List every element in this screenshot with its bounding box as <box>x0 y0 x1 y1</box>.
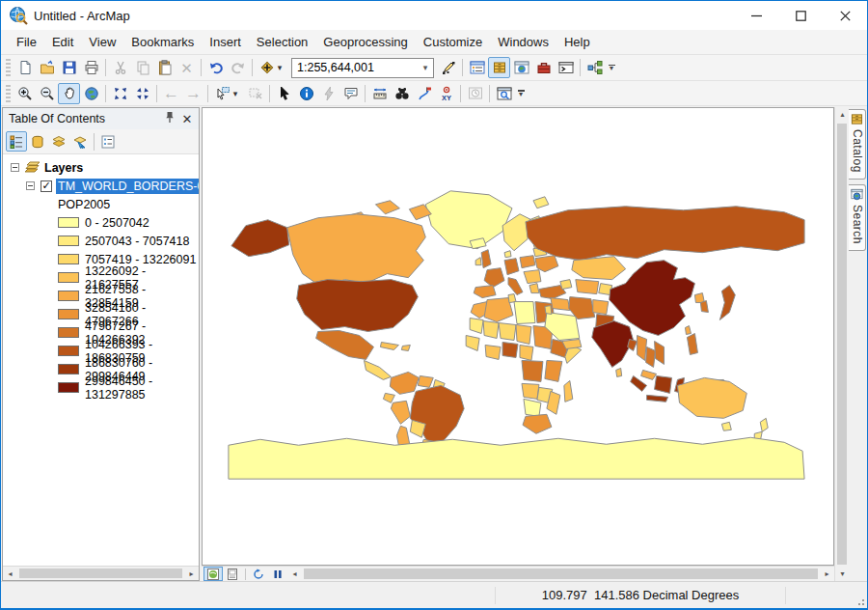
legend-swatch[interactable] <box>58 346 79 356</box>
paste-button[interactable] <box>153 57 176 78</box>
collapse-box[interactable] <box>11 163 19 172</box>
select-elements-tool[interactable] <box>273 83 295 104</box>
copy-button[interactable] <box>131 57 153 78</box>
go-to-xy-tool[interactable]: XY <box>435 83 457 104</box>
full-extent-tool[interactable] <box>80 83 102 104</box>
zoom-out-tool[interactable] <box>36 83 58 104</box>
menu-bookmarks[interactable]: Bookmarks <box>123 32 202 52</box>
legend-swatch[interactable] <box>58 272 79 283</box>
tools-toolbar: ← → ▾ XY ▾ <box>1 81 867 106</box>
find-tool[interactable] <box>391 83 413 104</box>
hyperlink-tool[interactable] <box>317 83 339 104</box>
toolbar-grip[interactable] <box>6 59 11 76</box>
fixed-zoom-out-tool[interactable] <box>131 83 153 104</box>
undo-button[interactable] <box>204 57 227 78</box>
maximize-button[interactable] <box>778 1 823 30</box>
legend-swatch[interactable] <box>58 309 79 319</box>
measure-tool[interactable] <box>368 83 391 104</box>
find-route-tool[interactable] <box>413 83 435 104</box>
go-forward-extent-button[interactable]: → <box>182 83 204 104</box>
html-popup-tool[interactable] <box>339 83 362 104</box>
layer-row[interactable]: ✓ TM_WORLD_BORDERS-0. <box>3 177 199 195</box>
refresh-view-button[interactable] <box>249 567 268 581</box>
scroll-left-arrow-icon[interactable]: ◂ <box>3 567 17 581</box>
menu-insert[interactable]: Insert <box>202 32 249 52</box>
toc-horizontal-scrollbar[interactable]: ◂ ▸ <box>3 566 199 580</box>
legend-swatch[interactable] <box>58 382 79 393</box>
pause-drawing-button[interactable] <box>268 567 287 581</box>
menu-edit[interactable]: Edit <box>44 32 81 52</box>
redo-button[interactable] <box>227 57 249 78</box>
arctoolbox-button[interactable] <box>532 57 555 78</box>
menu-selection[interactable]: Selection <box>249 32 315 52</box>
toc-title: Table Of Contents <box>9 112 105 125</box>
modelbuilder-button[interactable] <box>583 57 606 78</box>
pause-icon <box>273 569 283 579</box>
identify-tool[interactable] <box>295 83 317 104</box>
scroll-right-arrow-icon[interactable]: ▸ <box>184 567 199 581</box>
legend-swatch[interactable] <box>58 217 79 228</box>
menu-help[interactable]: Help <box>556 32 598 52</box>
scroll-down-arrow-icon[interactable]: ▾ <box>835 567 850 581</box>
legend-swatch[interactable] <box>58 364 79 374</box>
pin-icon[interactable] <box>162 111 177 126</box>
layout-view-button[interactable] <box>223 567 242 581</box>
list-by-selection-button[interactable] <box>69 131 91 152</box>
list-by-drawing-order-button[interactable] <box>6 131 27 152</box>
scroll-right-arrow-icon[interactable]: ▸ <box>820 567 834 581</box>
data-view-button[interactable] <box>203 567 223 581</box>
menu-windows[interactable]: Windows <box>490 32 556 52</box>
select-features-tool[interactable]: ▾ <box>211 83 244 104</box>
catalog-window-button[interactable] <box>488 57 510 78</box>
table-of-contents-window-button[interactable] <box>466 57 488 78</box>
legend-swatch[interactable] <box>58 327 79 338</box>
minimize-button[interactable] <box>734 1 778 30</box>
map-canvas[interactable] <box>202 107 834 566</box>
list-by-visibility-button[interactable] <box>48 131 69 152</box>
close-button[interactable] <box>823 1 867 30</box>
map-vertical-scrollbar[interactable]: ▴ ▾ <box>834 107 849 581</box>
cut-button[interactable] <box>109 57 131 78</box>
layer-name-selected[interactable]: TM_WORLD_BORDERS-0. <box>56 179 199 194</box>
menu-file[interactable]: File <box>9 32 44 52</box>
list-by-source-button[interactable] <box>27 131 48 152</box>
map-scale-combobox[interactable]: 1:255,644,001 ▾ <box>291 58 434 78</box>
scroll-up-arrow-icon[interactable]: ▴ <box>835 107 850 122</box>
time-slider-button[interactable] <box>464 83 486 104</box>
python-window-button[interactable] <box>555 57 577 78</box>
clear-selection-button[interactable] <box>244 83 266 104</box>
viewer-window-button[interactable] <box>493 83 515 104</box>
resize-grip[interactable] <box>855 596 865 606</box>
fixed-zoom-in-tool[interactable] <box>109 83 131 104</box>
scroll-left-arrow-icon[interactable]: ◂ <box>287 567 302 581</box>
toolbar-options-button[interactable]: ▾ <box>606 65 617 71</box>
select-elements-cursor-icon <box>277 86 292 101</box>
layers-data-frame-row[interactable]: Layers <box>3 158 199 177</box>
toc-close-icon[interactable]: ✕ <box>179 112 195 126</box>
menu-customize[interactable]: Customize <box>416 32 490 52</box>
delete-button[interactable]: ✕ <box>176 57 198 78</box>
editor-toolbar-button[interactable] <box>437 57 459 78</box>
legend-swatch[interactable] <box>58 254 79 264</box>
arcglobe-button[interactable] <box>510 57 532 78</box>
catalog-tab[interactable]: Catalog <box>849 109 866 180</box>
save-button[interactable] <box>58 57 80 78</box>
open-button[interactable] <box>36 57 58 78</box>
toolbar-options-button[interactable]: ▾ <box>515 90 527 97</box>
coordinates-readout: 109.797 141.586 Decimal Degrees <box>496 588 785 602</box>
collapse-box[interactable] <box>26 181 35 190</box>
go-back-extent-button[interactable]: ← <box>160 83 182 104</box>
new-document-button[interactable] <box>14 57 36 78</box>
layer-visibility-checkbox[interactable]: ✓ <box>41 180 52 192</box>
legend-swatch[interactable] <box>58 291 79 301</box>
zoom-in-tool[interactable] <box>14 83 36 104</box>
pan-tool[interactable] <box>58 83 80 104</box>
toolbar-grip[interactable] <box>6 85 11 102</box>
add-data-button[interactable]: ▾ <box>256 57 288 78</box>
menu-view[interactable]: View <box>81 32 123 52</box>
print-button[interactable] <box>80 57 102 78</box>
toc-options-button[interactable] <box>97 131 119 152</box>
menu-geoprocessing[interactable]: Geoprocessing <box>315 32 415 52</box>
search-tab[interactable]: Search <box>849 184 866 251</box>
legend-swatch[interactable] <box>58 236 79 246</box>
